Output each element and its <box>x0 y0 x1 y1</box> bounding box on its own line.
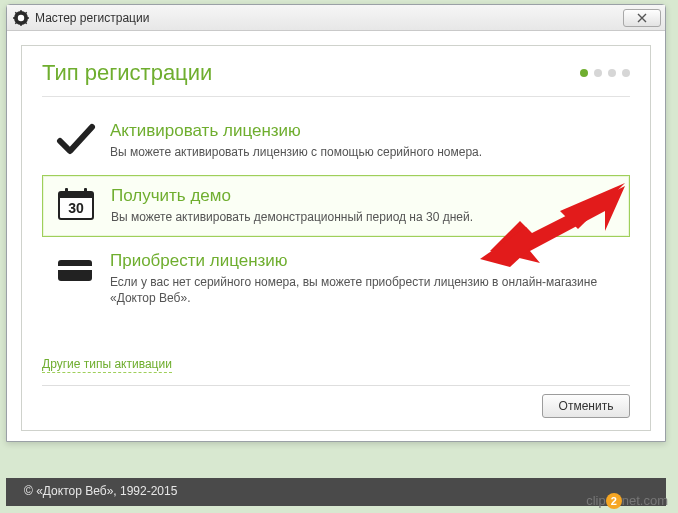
calendar-icon: 30 <box>55 186 97 222</box>
svg-rect-8 <box>58 266 92 270</box>
checkmark-icon <box>54 121 96 157</box>
option-desc: Если у вас нет серийного номера, вы може… <box>110 274 618 308</box>
step-dot <box>580 69 588 77</box>
close-icon <box>636 13 648 23</box>
watermark: clip2net.com <box>586 493 668 509</box>
titlebar: Мастер регистрации <box>7 5 665 31</box>
option-desc: Вы можете активировать лицензию с помощь… <box>110 144 618 161</box>
other-activation-link[interactable]: Другие типы активации <box>42 357 172 373</box>
svg-point-1 <box>18 14 24 20</box>
option-demo[interactable]: 30 Получить демо Вы можете активировать … <box>42 175 630 237</box>
watermark-badge: 2 <box>606 493 622 509</box>
option-buy[interactable]: Приобрести лицензию Если у вас нет серий… <box>42 241 630 318</box>
cancel-button[interactable]: Отменить <box>542 394 630 418</box>
client-area: Тип регистрации Активировать лицензию Вы <box>7 31 665 441</box>
card-icon <box>54 251 96 287</box>
svg-text:30: 30 <box>68 200 84 216</box>
option-desc: Вы можете активировать демонстрационный … <box>111 209 617 226</box>
option-title: Приобрести лицензию <box>110 251 618 271</box>
step-dot <box>622 69 630 77</box>
watermark-text: clip <box>586 493 606 508</box>
option-title: Получить демо <box>111 186 617 206</box>
step-indicator <box>580 69 630 77</box>
header-row: Тип регистрации <box>42 60 630 97</box>
svg-rect-7 <box>58 260 92 281</box>
option-title: Активировать лицензию <box>110 121 618 141</box>
watermark-text: net.com <box>622 493 668 508</box>
registration-wizard-window: Мастер регистрации Тип регистрации <box>6 4 666 442</box>
option-body: Приобрести лицензию Если у вас нет серий… <box>110 251 618 308</box>
option-body: Получить демо Вы можете активировать дем… <box>111 186 617 226</box>
svg-rect-5 <box>84 188 87 196</box>
content-panel: Тип регистрации Активировать лицензию Вы <box>21 45 651 431</box>
bottom-bar: Отменить <box>42 385 630 418</box>
copyright-text: © «Доктор Веб», 1992-2015 <box>24 484 177 498</box>
step-dot <box>608 69 616 77</box>
option-body: Активировать лицензию Вы можете активиро… <box>110 121 618 161</box>
window-title: Мастер регистрации <box>35 11 621 25</box>
svg-rect-4 <box>65 188 68 196</box>
page-title: Тип регистрации <box>42 60 212 86</box>
footer-bar: © «Доктор Веб», 1992-2015 <box>6 478 666 506</box>
svg-rect-3 <box>59 192 93 198</box>
close-button[interactable] <box>623 9 661 27</box>
option-activate[interactable]: Активировать лицензию Вы можете активиро… <box>42 111 630 171</box>
app-icon <box>13 10 29 26</box>
step-dot <box>594 69 602 77</box>
